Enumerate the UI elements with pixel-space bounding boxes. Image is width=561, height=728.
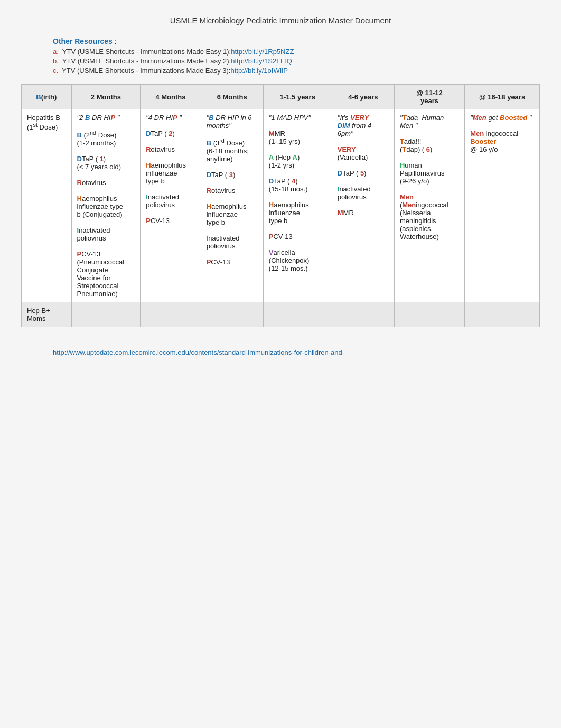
- resource-link-2[interactable]: http://bit.ly/1S2FElQ: [231, 57, 292, 65]
- header-4mo: 4 Months: [141, 85, 201, 109]
- header-1yr: 1-1.5 years: [263, 85, 332, 109]
- header-11yr: @ 11-12years: [394, 85, 464, 109]
- header-4yr: 4-6 years: [332, 85, 394, 109]
- resource-link-1[interactable]: http://bit.ly/1Rp5NZZ: [231, 48, 294, 56]
- title-text: USMLE Microbiology Pediatric Immunizatio…: [170, 16, 391, 25]
- cell-4mo-moms: [141, 302, 201, 327]
- resources-list: a. YTV (USMLE Shortcuts - Immunizations …: [53, 48, 540, 75]
- resource-item-3-text: c. YTV (USMLE Shortcuts - Immunizations …: [53, 67, 230, 75]
- header-16yr: @ 16-18 years: [465, 85, 540, 109]
- table-row-hepatitis-b: Hepatitis B(1st Dose) "2 B DR HIP " B (2…: [22, 109, 540, 302]
- row-header-hepmoms: Hep B+Moms: [22, 302, 72, 327]
- cell-11yr-hepb: "Tada Human Men " Tada!!! (Tdap) ( 6) Hu…: [394, 109, 464, 302]
- immunization-table: B(irth) 2 Months 4 Months 6 Months 1-1.5…: [21, 84, 540, 327]
- resources-section: Other Resources : a. YTV (USMLE Shortcut…: [53, 37, 540, 75]
- cell-2mo-moms: [71, 302, 141, 327]
- cell-4yr-moms: [332, 302, 394, 327]
- cell-16yr-moms: [465, 302, 540, 327]
- bottom-link[interactable]: http://www.uptodate.com.lecomlrc.lecom.e…: [53, 348, 344, 356]
- resources-title: Other Resources: [53, 37, 113, 45]
- cell-1yr-hepb: "1 MAD HPV" MMR (1-.15 yrs) A (Hep A) (1…: [263, 109, 332, 302]
- cell-1yr-moms: [263, 302, 332, 327]
- cell-4mo-hepb: "4 DR HIP " DTaP ( 2) Rotavirus Haemophi…: [141, 109, 201, 302]
- resource-item-2-text: b. YTV (USMLE Shortcuts - Immunizations …: [53, 57, 231, 65]
- resources-colon: :: [115, 37, 117, 45]
- cell-6mo-moms: [201, 302, 263, 327]
- page-title: USMLE Microbiology Pediatric Immunizatio…: [21, 16, 540, 27]
- list-item: b. YTV (USMLE Shortcuts - Immunizations …: [53, 57, 540, 65]
- cell-16yr-hepb: "Men get Boosted " Men ingococcal Booste…: [465, 109, 540, 302]
- resource-item-1-text: a. YTV (USMLE Shortcuts - Immunizations …: [53, 48, 231, 56]
- header-6mo: 6 Months: [201, 85, 263, 109]
- header-2mo: 2 Months: [71, 85, 141, 109]
- cell-11yr-moms: [394, 302, 464, 327]
- bottom-link-section: http://www.uptodate.com.lecomlrc.lecom.e…: [53, 348, 540, 356]
- cell-2mo-hepb: "2 B DR HIP " B (2nd Dose) (1-2 months) …: [71, 109, 141, 302]
- table-row-hepb-moms: Hep B+Moms: [22, 302, 540, 327]
- cell-6mo-hepb: "B DR HIP in 6months" B (3rd Dose) (6-18…: [201, 109, 263, 302]
- cell-4yr-hepb: "It's VERY DIM from 4-6pm" VERY (Varicel…: [332, 109, 394, 302]
- header-birth: B(irth): [22, 85, 72, 109]
- resource-link-3[interactable]: http://bit.ly/1oIWIlP: [230, 67, 287, 75]
- list-item: c. YTV (USMLE Shortcuts - Immunizations …: [53, 67, 540, 75]
- list-item: a. YTV (USMLE Shortcuts - Immunizations …: [53, 48, 540, 56]
- row-header-hepb: Hepatitis B(1st Dose): [22, 109, 72, 302]
